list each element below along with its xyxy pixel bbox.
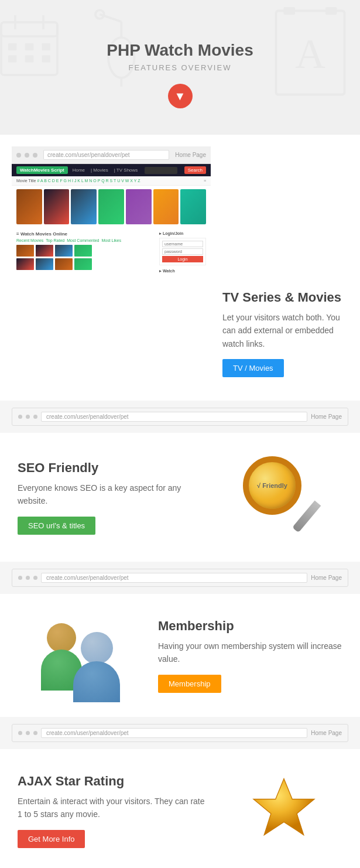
movie-poster-row — [12, 186, 211, 228]
strip-nav-3: Home Page — [311, 730, 342, 736]
password-input[interactable] — [162, 248, 203, 255]
watch-label: ▸ Watch — [159, 269, 206, 274]
movie-thumb-d — [74, 245, 92, 257]
svg-rect-1 — [1, 22, 57, 36]
movie-row-2 — [16, 258, 155, 270]
login-button[interactable]: Login — [162, 256, 203, 262]
strip-nav-1: Home Page — [311, 414, 342, 420]
strip-dot-4 — [18, 576, 22, 580]
scroll-down-button[interactable]: ▼ — [168, 84, 193, 108]
user-back-head — [47, 623, 76, 652]
browser-strip-1: create.com/user/penaldover/pet Home Page — [12, 408, 348, 426]
tv-description: TV Series & Movies Let your visitors wat… — [211, 278, 348, 377]
tv-desc: Let your visitors watch both. You can ad… — [222, 311, 348, 350]
login-title: ▸ Login/Join — [159, 231, 206, 236]
movie-logo: WatchMovies Script — [16, 166, 68, 174]
nav-home: Home — [73, 168, 85, 173]
strip-url-1: create.com/user/penaldover/pet — [41, 412, 307, 422]
seo-magnifier: √ Friendly — [225, 456, 342, 538]
browser-url-bar: create.com/user/penaldover/pet — [43, 150, 169, 160]
gold-star-icon — [246, 773, 322, 849]
divider-strip-2: create.com/user/penaldover/pet Home Page — [0, 562, 360, 594]
users-illustration — [29, 617, 135, 693]
strip-url-3: create.com/user/penaldover/pet — [41, 728, 307, 738]
watch-section: ▸ Watch — [159, 269, 206, 274]
divider-strip-3: create.com/user/penaldover/pet Home Page — [0, 717, 360, 749]
movie-site-preview: WatchMovies Script Home | Movies | TV Sh… — [12, 164, 211, 278]
poster-5 — [126, 189, 152, 224]
magnifier-handle — [292, 501, 321, 533]
seo-section: SEO Friendly Everyone knows SEO is a key… — [0, 433, 360, 562]
magnifier-container: √ Friendly — [243, 456, 325, 538]
movie-filter-bar: Movie Title # A B C D E F G H I J K L M … — [12, 176, 211, 186]
movie-thumb-e — [16, 258, 34, 270]
strip-dot-5 — [26, 576, 30, 580]
star-rating-section: AJAX Star Rating Entertain & interact wi… — [0, 749, 360, 868]
strip-dot-8 — [26, 731, 30, 735]
browser-strip-3: create.com/user/penaldover/pet Home Page — [12, 724, 348, 742]
membership-title: Membership — [158, 618, 348, 634]
movie-main-content: ≡ Watch Movies Online Recent MoviesTop R… — [12, 228, 211, 278]
movie-thumb-h — [74, 258, 92, 270]
poster-2 — [44, 189, 70, 224]
star-illustration — [225, 773, 342, 849]
browser-dot-2 — [25, 153, 29, 158]
strip-dot-7 — [18, 731, 22, 735]
poster-3 — [71, 189, 97, 224]
get-more-info-button[interactable]: Get More Info — [18, 830, 85, 848]
browser-dot-3 — [33, 153, 37, 158]
user-front-head — [81, 632, 113, 664]
browser-strip-2: create.com/user/penaldover/pet Home Page — [12, 569, 348, 587]
movie-list-title: ≡ Watch Movies Online — [16, 231, 155, 237]
star-title: AJAX Star Rating — [18, 774, 208, 789]
membership-desc: Having your own membership system will i… — [158, 640, 348, 666]
membership-text: Membership Having your own membership sy… — [158, 618, 348, 693]
filter-chars: # A B C D E F G H I J K L M N O P Q R S … — [37, 179, 140, 183]
seo-desc: Everyone knows SEO is a key aspect for a… — [18, 481, 208, 508]
seo-button[interactable]: SEO url's & titles — [18, 517, 95, 535]
browser-dot-1 — [16, 153, 21, 158]
star-desc: Entertain & interact with your visitors.… — [18, 795, 208, 821]
magnifier-text: √ Friendly — [257, 482, 287, 489]
movie-site-header: WatchMovies Script Home | Movies | TV Sh… — [12, 164, 211, 176]
poster-6 — [153, 189, 179, 224]
membership-image — [18, 617, 146, 693]
strip-dot-1 — [18, 415, 22, 419]
hero-section: A PHP Watch Movies FEATURES OVERVIEW ▼ — [0, 0, 360, 135]
membership-section: Membership Having your own membership sy… — [0, 594, 360, 717]
movie-search-btn: Search — [184, 166, 206, 174]
movie-tabs: Recent MoviesTop RatedMost CommentedMost… — [16, 238, 155, 242]
svg-rect-17 — [325, 7, 337, 15]
membership-button[interactable]: Membership — [158, 675, 221, 693]
movie-nav: Home | Movies | TV Shows — [73, 168, 138, 173]
nav-movies: | Movies — [91, 168, 108, 173]
username-input[interactable] — [162, 241, 203, 247]
poster-7 — [180, 189, 206, 224]
strip-url-2: create.com/user/penaldover/pet — [41, 573, 307, 583]
movie-thumb-a — [16, 245, 34, 257]
svg-marker-19 — [253, 779, 314, 835]
strip-dot-9 — [33, 731, 37, 735]
movie-login-box: ▸ Login/Join Login ▸ Watch — [159, 231, 206, 275]
movie-row-1 — [16, 245, 155, 257]
strip-dot-6 — [33, 576, 37, 580]
divider-strip-1: create.com/user/penaldover/pet Home Page — [0, 401, 360, 433]
tv-title: TV Series & Movies — [222, 290, 348, 305]
movie-thumb-b — [36, 245, 53, 257]
tv-button[interactable]: TV / Movies — [222, 359, 284, 377]
movie-thumb-f — [36, 258, 53, 270]
hero-subtitle: FEATURES OVERVIEW — [12, 63, 348, 72]
hero-title: PHP Watch Movies — [12, 41, 348, 60]
seo-text: SEO Friendly Everyone knows SEO is a key… — [18, 460, 208, 535]
filter-label: Movie Title — [16, 179, 36, 183]
browser-toolbar: create.com/user/penaldover/pet Home Page — [12, 146, 211, 164]
tv-spacer — [12, 278, 211, 377]
strip-dot-3 — [33, 415, 37, 419]
movie-thumb-g — [55, 258, 73, 270]
svg-point-13 — [95, 10, 104, 19]
filter-view: ≡ — [204, 179, 206, 183]
star-text: AJAX Star Rating Entertain & interact wi… — [18, 774, 208, 848]
tv-text-section: TV Series & Movies Let your visitors wat… — [0, 278, 360, 401]
svg-line-12 — [100, 15, 121, 22]
user-front-body — [73, 661, 120, 702]
